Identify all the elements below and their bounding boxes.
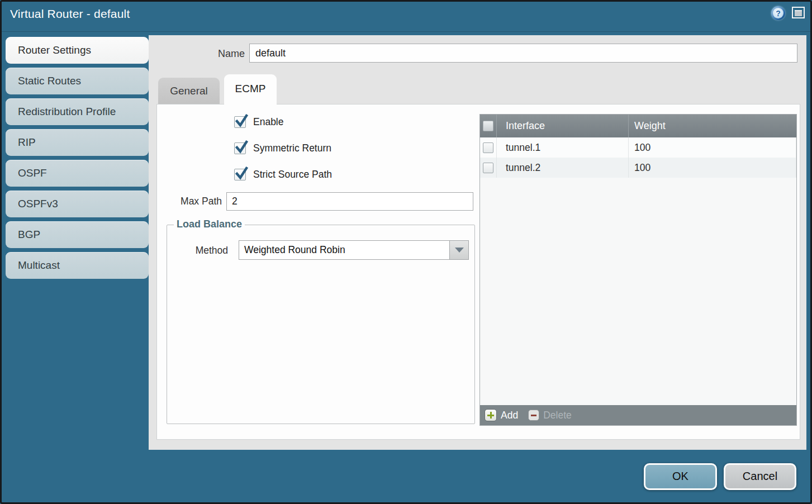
tab-general[interactable]: General (158, 78, 220, 104)
add-button[interactable]: Add (485, 409, 518, 421)
enable-checkbox[interactable] (234, 116, 246, 128)
sidebar-item-bgp[interactable]: BGP (6, 221, 149, 248)
row-checkbox-cell (480, 137, 497, 158)
help-question-glyph: ? (773, 8, 783, 18)
ecmp-tab-content: Enable Symmetric Return Strict Source Pa… (156, 104, 800, 440)
delete-button[interactable]: Delete (528, 410, 572, 421)
enable-label: Enable (253, 116, 284, 128)
window-pane-glyph (795, 10, 802, 16)
interface-cell: tunnel.1 (497, 137, 629, 158)
chevron-down-icon (455, 248, 464, 253)
dialog-title: Virtual Router - default (10, 7, 130, 21)
sidebar-item-ospf[interactable]: OSPF (6, 160, 149, 187)
name-label: Name (205, 48, 245, 60)
max-path-label: Max Path (177, 196, 222, 207)
strict-source-path-checkbox[interactable] (234, 169, 246, 180)
tab-ecmp[interactable]: ECMP (224, 74, 277, 105)
row-checkbox[interactable] (483, 163, 493, 173)
checkmark-icon (234, 114, 249, 129)
table-row[interactable]: tunnel.1 100 (480, 137, 796, 158)
interface-table: Interface Weight tunnel.1 100 tunnel.2 1… (479, 114, 797, 426)
table-empty-area (480, 178, 796, 405)
table-row[interactable]: tunnel.2 100 (480, 158, 796, 178)
enable-checkbox-row: Enable (234, 116, 284, 128)
select-all-cell (480, 115, 497, 137)
row-checkbox-cell (480, 158, 497, 178)
title-bar: Virtual Router - default ? (0, 0, 812, 32)
interface-column-header[interactable]: Interface (497, 115, 629, 137)
sidebar-item-rip[interactable]: RIP (6, 129, 149, 156)
sidebar-item-router-settings[interactable]: Router Settings (6, 37, 149, 64)
max-path-input[interactable] (226, 192, 473, 211)
window-icon[interactable] (792, 7, 805, 18)
delete-button-label: Delete (543, 410, 572, 421)
name-input[interactable] (249, 44, 797, 63)
table-footer-toolbar: Add Delete (480, 405, 796, 425)
sidebar-item-redistribution-profile[interactable]: Redistribution Profile (6, 98, 149, 125)
load-balance-legend: Load Balance (174, 218, 245, 230)
sidebar-item-multicast[interactable]: Multicast (6, 252, 149, 279)
add-plus-icon (485, 409, 497, 421)
checkmark-icon (234, 140, 249, 155)
method-label: Method (193, 245, 228, 256)
add-button-label: Add (501, 410, 518, 421)
interface-cell: tunnel.2 (497, 158, 629, 178)
weight-column-header[interactable]: Weight (629, 115, 796, 137)
method-dropdown-value: Weighted Round Robin (239, 240, 449, 260)
delete-minus-icon (528, 410, 539, 421)
weight-cell: 100 (629, 158, 796, 178)
weight-cell: 100 (629, 137, 796, 158)
method-dropdown-button[interactable] (449, 240, 469, 260)
sidebar-item-static-routes[interactable]: Static Routes (6, 68, 149, 94)
main-panel: Name General ECMP Enable Symmetric Retur… (149, 35, 806, 450)
load-balance-fieldset: Load Balance Method Weighted Round Robin (167, 225, 475, 424)
symmetric-return-checkbox[interactable] (234, 142, 246, 154)
symmetric-return-checkbox-row: Symmetric Return (234, 142, 331, 154)
strict-source-path-checkbox-row: Strict Source Path (234, 169, 332, 180)
method-dropdown[interactable]: Weighted Round Robin (239, 240, 469, 260)
checkmark-icon (234, 167, 249, 181)
strict-source-path-label: Strict Source Path (253, 169, 332, 180)
sidebar: Router Settings Static Routes Redistribu… (0, 36, 156, 283)
row-checkbox[interactable] (483, 142, 493, 153)
symmetric-return-label: Symmetric Return (253, 142, 331, 154)
table-header-row: Interface Weight (480, 115, 796, 137)
help-icon[interactable]: ? (771, 6, 785, 20)
select-all-checkbox[interactable] (483, 121, 493, 131)
ok-button[interactable]: OK (644, 463, 717, 490)
sidebar-item-ospfv3[interactable]: OSPFv3 (6, 191, 149, 217)
cancel-button[interactable]: Cancel (724, 463, 796, 490)
